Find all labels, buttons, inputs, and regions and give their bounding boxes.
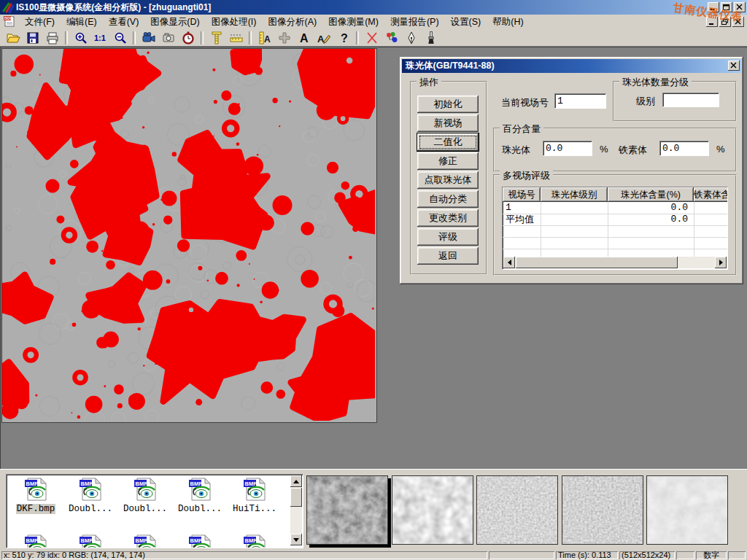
- grading-table[interactable]: 视场号 珠光体级别 珠光体含量(%) 铁素体含量(%) 1 0.0 平均值: [502, 187, 728, 270]
- document-icon[interactable]: DOC: [3, 15, 15, 29]
- menu-image-processing[interactable]: 图像处理(I): [206, 15, 263, 29]
- brush-tool-button[interactable]: [421, 30, 441, 46]
- grade-input[interactable]: [662, 93, 719, 107]
- table-row[interactable]: 1 0.0: [503, 202, 727, 214]
- table-row-empty[interactable]: [503, 237, 727, 249]
- file-name[interactable]: Doubl...: [123, 504, 168, 514]
- pearlite-percent-sign: %: [600, 144, 608, 155]
- menu-measure-report[interactable]: 测量报告(P): [384, 15, 445, 29]
- calibration-button[interactable]: A: [255, 30, 274, 46]
- scroll-down-button[interactable]: [290, 534, 302, 545]
- zoom-in-button[interactable]: [71, 30, 90, 46]
- cell-pearlite: 0.0: [611, 214, 688, 225]
- camera-capture-button[interactable]: [158, 30, 178, 46]
- print-button[interactable]: [42, 30, 62, 46]
- binarize-button[interactable]: 二值化: [417, 133, 479, 151]
- ferrite-label: 铁素体: [619, 144, 647, 157]
- thumbnail-4[interactable]: [562, 475, 643, 545]
- status-bar: x: 510 y: 79 idx: 0 RGB: (174, 174, 174)…: [0, 551, 747, 560]
- file-name[interactable]: HuiTi...: [232, 504, 277, 514]
- file-name[interactable]: Doubl...: [177, 504, 222, 514]
- scroll-thumb[interactable]: [290, 488, 302, 507]
- scroll-right-button[interactable]: [715, 257, 727, 268]
- open-file-button[interactable]: [3, 30, 23, 46]
- file-item[interactable]: BMPDoubl...: [174, 478, 226, 514]
- correct-button[interactable]: 修正: [417, 152, 479, 170]
- specimen-canvas[interactable]: [1, 48, 377, 423]
- curve-tool-button[interactable]: [362, 30, 382, 46]
- save-file-button[interactable]: [23, 30, 42, 46]
- menu-file[interactable]: 文件(F): [19, 15, 61, 29]
- help-button[interactable]: ?: [333, 30, 353, 46]
- toolbar-separator: [201, 31, 204, 44]
- grade-label: 级别: [636, 95, 655, 108]
- current-field-input[interactable]: [554, 93, 606, 109]
- app-window: IS100显微摄像系统(金相分析版) - [zhuguangti01] 甘南仪器…: [0, 0, 747, 560]
- dialog-close-button[interactable]: [728, 61, 740, 71]
- initialize-button[interactable]: 初始化: [417, 96, 479, 113]
- column-header-grade[interactable]: 珠光体级别: [541, 187, 608, 202]
- pick-pearlite-button[interactable]: 点取珠光体: [417, 171, 479, 189]
- file-item[interactable]: BMPDoubl...: [119, 478, 171, 514]
- file-name[interactable]: DKF.bmp: [16, 504, 56, 514]
- menu-help[interactable]: 帮助(H): [487, 15, 529, 29]
- file-item-clipped[interactable]: BMP: [9, 534, 62, 548]
- file-item[interactable]: BMPDoubl...: [64, 478, 117, 514]
- ruler-horizontal-button[interactable]: [226, 30, 246, 46]
- table-row[interactable]: 平均值 0.0: [503, 214, 727, 226]
- pearlite-percent-input[interactable]: [543, 141, 592, 156]
- grade-button[interactable]: 评级: [417, 228, 479, 246]
- file-item-clipped[interactable]: BMP: [174, 534, 226, 548]
- caliper-icon: [209, 31, 224, 45]
- text-annotation-button[interactable]: A: [294, 30, 314, 46]
- scroll-left-button[interactable]: [503, 257, 515, 268]
- file-list[interactable]: BMPDKF.bmp BMPDoubl... BMPDoubl... BMPDo…: [6, 474, 303, 548]
- auto-classify-button[interactable]: 自动分类: [417, 190, 479, 208]
- letter-a-icon: A: [297, 31, 311, 45]
- return-button[interactable]: 返回: [417, 247, 479, 265]
- file-item-clipped[interactable]: BMP: [228, 534, 281, 548]
- marker-tool-button[interactable]: [382, 30, 401, 46]
- calibrate-ruler-icon: A: [258, 31, 272, 45]
- change-class-button[interactable]: 更改类别: [417, 209, 479, 227]
- file-name[interactable]: Doubl...: [68, 504, 113, 514]
- actual-size-button[interactable]: 1:1: [90, 30, 110, 46]
- ferrite-percent-input[interactable]: [659, 141, 709, 156]
- new-field-button[interactable]: 新视场: [417, 114, 479, 132]
- status-empty-cell: [728, 551, 746, 559]
- pen-tool-button[interactable]: [401, 30, 421, 46]
- file-list-vscrollbar[interactable]: [290, 475, 302, 545]
- file-item[interactable]: BMPDKF.bmp: [9, 478, 62, 514]
- window-title: IS100显微摄像系统(金相分析版) - [zhuguangti01]: [16, 1, 211, 14]
- thumbnail-3[interactable]: [476, 475, 558, 545]
- column-header-field[interactable]: 视场号: [503, 187, 541, 202]
- menu-image-analysis[interactable]: 图像分析(A): [262, 15, 322, 29]
- thumbnail-2[interactable]: [392, 475, 473, 545]
- file-item-clipped[interactable]: BMP: [119, 534, 171, 548]
- dialog-title-bar[interactable]: 珠光体(GB/T9441-88): [402, 59, 741, 73]
- file-item[interactable]: BMPHuiTi...: [228, 478, 281, 514]
- move-cross-button[interactable]: [274, 30, 294, 46]
- file-item-clipped[interactable]: BMP: [64, 534, 117, 548]
- menu-image-measure[interactable]: 图像测量(M): [322, 15, 384, 29]
- scroll-thumb[interactable]: [516, 257, 678, 268]
- table-hscrollbar[interactable]: [503, 257, 727, 268]
- video-capture-button[interactable]: [139, 30, 158, 46]
- thumbnail-5[interactable]: [646, 475, 728, 545]
- zoom-out-button[interactable]: [110, 30, 130, 46]
- text-edit-button[interactable]: A: [314, 30, 333, 46]
- menu-view[interactable]: 查看(V): [103, 15, 145, 29]
- floppy-icon: [26, 31, 40, 45]
- menu-settings[interactable]: 设置(S): [445, 15, 487, 29]
- timer-button[interactable]: [178, 30, 198, 46]
- menu-image-display[interactable]: 图像显示(D): [144, 15, 205, 29]
- scroll-up-button[interactable]: [290, 475, 302, 487]
- menu-edit[interactable]: 编辑(E): [61, 15, 103, 29]
- table-row-empty[interactable]: [503, 225, 727, 238]
- column-header-pearlite[interactable]: 珠光体含量(%): [608, 187, 694, 202]
- column-header-ferrite[interactable]: 铁素体含量(%): [694, 187, 728, 202]
- ferrite-percent-sign: %: [716, 144, 725, 155]
- caliper-vertical-button[interactable]: [206, 30, 226, 46]
- thumbnail-1[interactable]: [306, 475, 388, 545]
- arrow-right-icon: [719, 260, 723, 265]
